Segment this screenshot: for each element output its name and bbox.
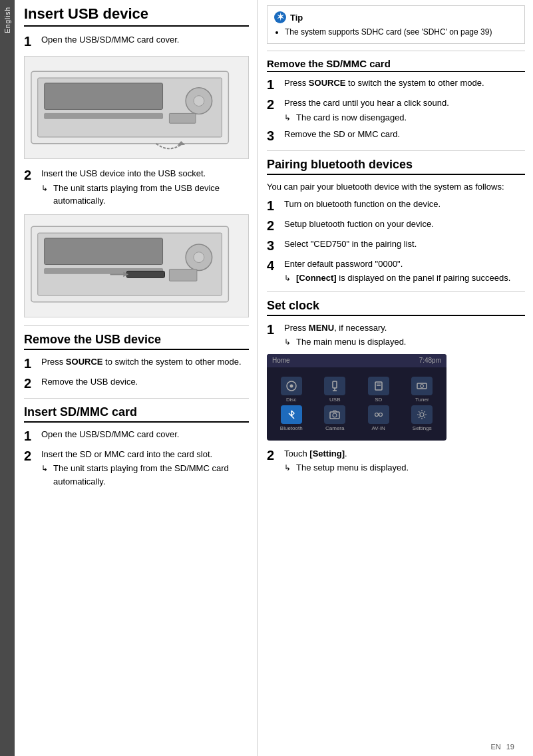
step-number-2: 2 — [24, 167, 39, 183]
language-sidebar: English — [0, 0, 15, 756]
step-number-1: 1 — [24, 33, 39, 49]
clock-content-1: Press MENU, if necessary. ↳ The main men… — [284, 321, 525, 349]
remove-sd-content-3: Remove the SD or MMC card. — [284, 128, 525, 141]
arrow-icon-2: ↳ — [41, 463, 51, 474]
step-content-1: Open the USB/SD/MMC card cover. — [41, 33, 249, 47]
page-title: Insert USB device — [24, 5, 249, 27]
bt-step-2: 2 Setup bluetooth fuction on your device… — [267, 218, 525, 234]
remove-sd-result-2: ↳ The card is now disengaged. — [284, 111, 525, 124]
right-column: ✶ Tip The system supports SDHC card (see… — [258, 0, 533, 756]
bt-step-4: 4 Enter default password "0000". ↳ [Conn… — [267, 258, 525, 285]
svg-rect-20 — [333, 381, 337, 388]
remove-sd-step-3: 3 Remove the SD or MMC card. — [267, 128, 525, 144]
camera-label: Camera — [325, 425, 344, 431]
section-divider-1 — [24, 325, 249, 326]
remove-sd-num-1: 1 — [267, 77, 281, 93]
language-label: English — [4, 7, 11, 39]
usb-diagram-2 — [24, 214, 249, 317]
tip-divider — [267, 51, 525, 51]
svg-point-32 — [420, 413, 424, 417]
menu-item-camera[interactable]: Camera — [315, 405, 356, 431]
camera-icon — [324, 405, 345, 424]
insert-sd-content-2: Insert the SD or MMC card into the card … — [41, 448, 249, 488]
bt-num-4: 4 — [267, 258, 281, 274]
insert-sd-num-2: 2 — [24, 448, 39, 464]
bluetooth-icon — [281, 405, 302, 424]
svg-rect-3 — [45, 113, 163, 118]
arrow-icon-5: ↳ — [284, 336, 293, 348]
disc-icon — [281, 377, 302, 395]
svg-point-27 — [421, 384, 424, 387]
menu-item-bluetooth[interactable]: Bluetooth — [271, 405, 312, 431]
bt-divider — [267, 150, 525, 151]
menu-screenshot: Home 7:48pm Disc USB — [267, 354, 446, 441]
set-clock-title: Set clock — [267, 299, 525, 316]
remove-usb-num-1: 1 — [24, 355, 39, 371]
bt-result-4: ↳ [Connect] is displayed on the panel if… — [284, 272, 525, 285]
svg-point-13 — [194, 252, 204, 262]
remove-sd-num-2: 2 — [267, 96, 281, 112]
menu-item-usb[interactable]: USB — [315, 377, 356, 403]
tip-box: ✶ Tip The system supports SDHC card (see… — [267, 5, 525, 44]
bt-num-2: 2 — [267, 218, 281, 234]
bt-num-3: 3 — [267, 238, 281, 254]
section-divider-2 — [24, 398, 249, 399]
svg-point-29 — [333, 413, 337, 417]
insert-sd-content-1: Open the USB/SD/MMC card cover. — [41, 428, 249, 441]
menu-item-avin[interactable]: AV-IN — [358, 405, 399, 431]
tip-body: The system supports SDHC card (see 'SDHC… — [274, 26, 518, 38]
clock-result-1: ↳ The main menu is displayed. — [284, 335, 525, 349]
page-number: 19 — [506, 743, 514, 751]
remove-sd-title: Remove the SD/MMC card — [267, 58, 525, 72]
menu-item-disc[interactable]: Disc — [271, 377, 312, 403]
svg-rect-2 — [45, 83, 163, 110]
svg-rect-6 — [169, 113, 196, 123]
tip-item-1: The system supports SDHC card (see 'SDHC… — [285, 26, 518, 38]
clock-num-2: 2 — [267, 447, 281, 463]
screenshot-top-bar: Home 7:48pm — [267, 354, 446, 367]
remove-usb-content-1: Press SOURCE to switch the system to oth… — [41, 355, 249, 369]
arrow-icon-3: ↳ — [284, 112, 293, 124]
svg-rect-14 — [169, 269, 197, 281]
remove-usb-step-2: 2 Remove the USB device. — [24, 375, 249, 391]
remove-usb-title: Remove the USB device — [24, 333, 249, 350]
usb-step-2: 2 Insert the USB device into the USB soc… — [24, 167, 249, 208]
usb-diagram-1 — [24, 56, 249, 159]
time-label: 7:48pm — [419, 357, 441, 364]
menu-item-sd[interactable]: SD — [358, 377, 399, 403]
pairing-bt-title: Pairing bluetooth devices — [267, 158, 525, 175]
clock-content-2: Touch [Setting]. ↳ The setup menu is dis… — [284, 447, 525, 474]
avin-label: AV-IN — [372, 425, 385, 431]
usb-label: USB — [329, 397, 340, 403]
remove-sd-content-1: Press SOURCE to switch the system to oth… — [284, 77, 525, 90]
sd-label: SD — [375, 397, 382, 403]
clock-divider — [267, 291, 525, 292]
step-content-2: Insert the USB device into the USB socke… — [41, 167, 249, 208]
svg-point-5 — [194, 96, 204, 106]
usb-step-2-result: ↳ The unit starts playing from the USB d… — [41, 182, 249, 208]
svg-rect-15 — [126, 271, 164, 278]
clock-step-2: 2 Touch [Setting]. ↳ The setup menu is d… — [267, 447, 525, 474]
svg-point-30 — [375, 413, 378, 416]
bt-num-1: 1 — [267, 198, 281, 214]
bt-content-4: Enter default password "0000". ↳ [Connec… — [284, 258, 525, 285]
left-column: Insert USB device 1 Open the USB/SD/MMC … — [15, 0, 258, 756]
tip-header: ✶ Tip — [274, 11, 518, 23]
menu-item-tuner[interactable]: Tuner — [402, 377, 443, 403]
bt-content-2: Setup bluetooth fuction on your device. — [284, 218, 525, 231]
clock-result-2: ↳ The setup menu is displayed. — [284, 461, 525, 474]
remove-usb-step-1: 1 Press SOURCE to switch the system to o… — [24, 355, 249, 371]
remove-sd-num-3: 3 — [267, 128, 281, 144]
clock-step-1: 1 Press MENU, if necessary. ↳ The main m… — [267, 321, 525, 349]
remove-sd-step-1: 1 Press SOURCE to switch the system to o… — [267, 77, 525, 93]
tuner-icon — [411, 377, 433, 395]
bt-step-1: 1 Turn on bluetooth function on the devi… — [267, 198, 525, 214]
clock-num-1: 1 — [267, 321, 281, 337]
remove-usb-num-2: 2 — [24, 375, 39, 391]
menu-item-settings[interactable]: Settings — [402, 405, 443, 431]
bluetooth-label: Bluetooth — [280, 425, 303, 431]
en-label: EN — [490, 743, 500, 751]
home-label: Home — [272, 357, 290, 364]
insert-sd-result: ↳ The unit starts playing from the SD/MM… — [41, 462, 249, 488]
svg-point-31 — [379, 413, 382, 416]
